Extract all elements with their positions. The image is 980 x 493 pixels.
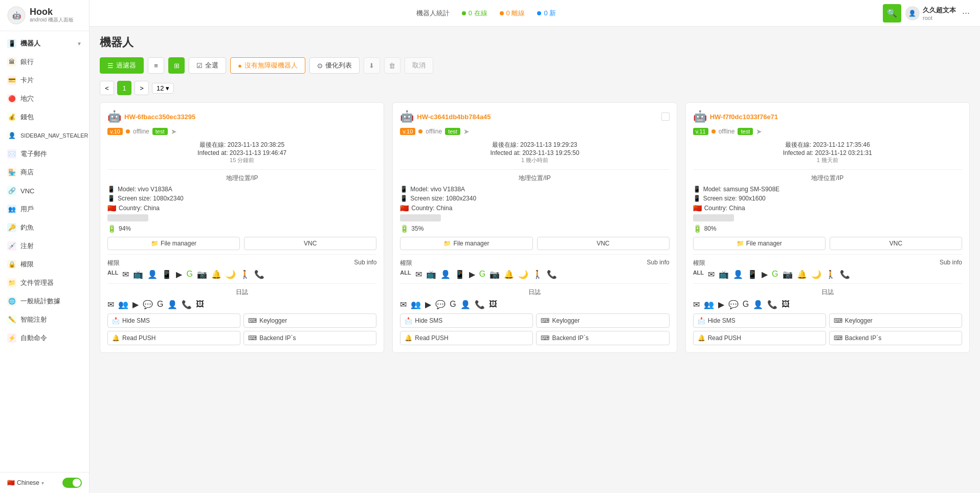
perm-phone-icon-0[interactable]: 📱 xyxy=(162,270,172,279)
log-google-icon-0[interactable]: G xyxy=(157,300,163,309)
sidebar-item-bank[interactable]: 🏛 銀行 xyxy=(0,53,89,71)
sidebar-item-card[interactable]: 💳 卡片 xyxy=(0,71,89,89)
file-manager-btn-0[interactable]: 📁 File manager xyxy=(107,237,240,250)
read-push-btn-0[interactable]: 🔔 Read PUSH xyxy=(107,331,240,345)
sidebar-item-fishing[interactable]: 🔑 釣魚 xyxy=(0,218,89,237)
vnc-btn-2[interactable]: VNC xyxy=(830,237,962,250)
log-image-icon-1[interactable]: 🖼 xyxy=(489,300,497,309)
perm-user-settings-icon-1[interactable]: 👤 xyxy=(440,270,451,279)
perm-user-settings-icon-0[interactable]: 👤 xyxy=(147,270,158,279)
theme-toggle[interactable] xyxy=(62,478,82,488)
perm-camera-icon-0[interactable]: 📷 xyxy=(197,270,207,279)
log-play-icon-1[interactable]: ▶ xyxy=(425,300,431,309)
perm-walk-icon-2[interactable]: 🚶 xyxy=(826,270,836,279)
perm-moon-icon-0[interactable]: 🌙 xyxy=(226,270,236,279)
sidebar-item-stats[interactable]: 🌐 一般統計數據 xyxy=(0,292,89,310)
sidebar-item-robots[interactable]: 📱 機器人 ▼ xyxy=(0,34,89,53)
backend-ips-btn-2[interactable]: ⌨ Backend IP`s xyxy=(829,331,962,345)
backend-ips-btn-0[interactable]: ⌨ Backend IP`s xyxy=(243,331,376,345)
bot-id-2[interactable]: HW-f7f0dc1033f76e71 xyxy=(710,113,778,121)
perm-bell-icon-0[interactable]: 🔔 xyxy=(211,270,221,279)
perm-camera-icon-1[interactable]: 📷 xyxy=(489,270,500,279)
sidebar-item-email[interactable]: ✉️ 電子郵件 xyxy=(0,145,89,163)
perm-phone2-icon-2[interactable]: 📞 xyxy=(840,270,850,279)
send-icon-0[interactable]: ➤ xyxy=(171,127,177,136)
sidebar-item-inject[interactable]: 💉 注射 xyxy=(0,237,89,255)
prev-page-button[interactable]: < xyxy=(100,81,114,95)
perm-screen-icon-1[interactable]: 📺 xyxy=(426,270,436,279)
perm-envelope-icon-1[interactable]: ✉ xyxy=(415,270,422,279)
next-page-button[interactable]: > xyxy=(135,81,149,95)
perm-phone2-icon-0[interactable]: 📞 xyxy=(254,270,264,279)
file-manager-btn-1[interactable]: 📁 File manager xyxy=(400,237,532,250)
keylogger-btn-1[interactable]: ⌨ Keylogger xyxy=(536,313,669,328)
search-button[interactable]: 🔍 xyxy=(883,4,901,23)
filter-button[interactable]: ☰ 過濾器 xyxy=(100,57,144,74)
vnc-btn-0[interactable]: VNC xyxy=(244,237,376,250)
hide-sms-btn-2[interactable]: 📩 Hide SMS xyxy=(693,313,826,328)
perm-envelope-icon-2[interactable]: ✉ xyxy=(708,270,715,279)
log-contacts-icon-1[interactable]: 👤 xyxy=(460,300,471,309)
perm-moon-icon-1[interactable]: 🌙 xyxy=(518,270,528,279)
perm-screen-icon-0[interactable]: 📺 xyxy=(133,270,143,279)
read-push-btn-1[interactable]: 🔔 Read PUSH xyxy=(400,331,533,345)
log-mail-icon-1[interactable]: ✉ xyxy=(400,300,407,309)
user-info[interactable]: 👤 久久超文本 root xyxy=(905,6,956,21)
language-selector[interactable]: 🇨🇳 Chinese ▾ xyxy=(7,479,44,486)
select-all-button[interactable]: ☑ 全選 xyxy=(189,57,226,74)
more-button[interactable]: ··· xyxy=(960,6,972,20)
log-group-icon-1[interactable]: 👥 xyxy=(411,300,421,309)
perm-bell-icon-1[interactable]: 🔔 xyxy=(504,270,514,279)
log-sms-icon-2[interactable]: 💬 xyxy=(728,300,739,309)
sidebar-item-pit[interactable]: 🔴 地穴 xyxy=(0,89,89,108)
sidebar-item-vnc[interactable]: 🔗 VNC xyxy=(0,182,89,200)
log-google-icon-2[interactable]: G xyxy=(743,300,749,309)
cancel-button[interactable]: 取消 xyxy=(405,57,433,74)
hide-sms-btn-1[interactable]: 📩 Hide SMS xyxy=(400,313,533,328)
log-contacts-icon-2[interactable]: 👤 xyxy=(753,300,763,309)
log-play-icon-0[interactable]: ▶ xyxy=(132,300,139,309)
perm-g-icon-2[interactable]: G xyxy=(772,270,778,279)
grid-view-button[interactable]: ⊞ xyxy=(168,57,185,74)
perm-phone-icon-2[interactable]: 📱 xyxy=(747,270,758,279)
hide-sms-btn-0[interactable]: 📩 Hide SMS xyxy=(107,313,240,328)
bot-id-1[interactable]: HW-c3641db4bb784a45 xyxy=(417,113,491,121)
send-icon-2[interactable]: ➤ xyxy=(756,127,762,136)
perm-walk-icon-1[interactable]: 🚶 xyxy=(532,270,543,279)
log-play-icon-2[interactable]: ▶ xyxy=(718,300,724,309)
perm-phone-icon-1[interactable]: 📱 xyxy=(455,270,465,279)
read-push-btn-2[interactable]: 🔔 Read PUSH xyxy=(693,331,826,345)
bot-id-0[interactable]: HW-6fbacc350ec33295 xyxy=(124,113,195,121)
sidebar-item-wallet[interactable]: 💰 錢包 xyxy=(0,108,89,126)
optimize-button[interactable]: ⊙ 優化列表 xyxy=(309,57,360,74)
log-sms-icon-1[interactable]: 💬 xyxy=(435,300,446,309)
perm-walk-icon-0[interactable]: 🚶 xyxy=(240,270,250,279)
perm-phone2-icon-1[interactable]: 📞 xyxy=(547,270,557,279)
perm-send-icon-1[interactable]: ▶ xyxy=(469,270,475,279)
log-sms-icon-0[interactable]: 💬 xyxy=(143,300,153,309)
keylogger-btn-0[interactable]: ⌨ Keylogger xyxy=(243,313,376,328)
file-manager-btn-2[interactable]: 📁 File manager xyxy=(693,237,826,250)
perm-screen-icon-2[interactable]: 📺 xyxy=(719,270,729,279)
perm-send-icon-0[interactable]: ▶ xyxy=(176,270,182,279)
perm-send-icon-2[interactable]: ▶ xyxy=(762,270,768,279)
sidebar-item-autocmd[interactable]: ⚡ 自動命令 xyxy=(0,329,89,347)
sidebar-item-users[interactable]: 👥 用戶 xyxy=(0,200,89,218)
vnc-btn-1[interactable]: VNC xyxy=(537,237,670,250)
list-view-button[interactable]: ≡ xyxy=(148,57,164,74)
perm-envelope-icon-0[interactable]: ✉ xyxy=(122,270,129,279)
no-obstacles-button[interactable]: ● 沒有無障礙機器人 xyxy=(230,57,305,74)
perm-moon-icon-2[interactable]: 🌙 xyxy=(811,270,821,279)
log-phone-icon-1[interactable]: 📞 xyxy=(475,300,485,309)
export-button[interactable]: ⬇ xyxy=(364,57,380,74)
log-group-icon-2[interactable]: 👥 xyxy=(704,300,714,309)
log-phone-icon-0[interactable]: 📞 xyxy=(182,300,192,309)
perm-camera-icon-2[interactable]: 📷 xyxy=(783,270,793,279)
keylogger-btn-2[interactable]: ⌨ Keylogger xyxy=(829,313,962,328)
sidebar-item-smartinject[interactable]: ✏️ 智能注射 xyxy=(0,310,89,329)
sidebar-item-stealer[interactable]: 👤 SIDEBAR_NAV_STEALER xyxy=(0,126,89,145)
send-icon-1[interactable]: ➤ xyxy=(463,127,470,136)
perm-user-settings-icon-2[interactable]: 👤 xyxy=(733,270,743,279)
current-page-button[interactable]: 1 xyxy=(117,81,131,95)
log-image-icon-2[interactable]: 🖼 xyxy=(782,300,790,309)
